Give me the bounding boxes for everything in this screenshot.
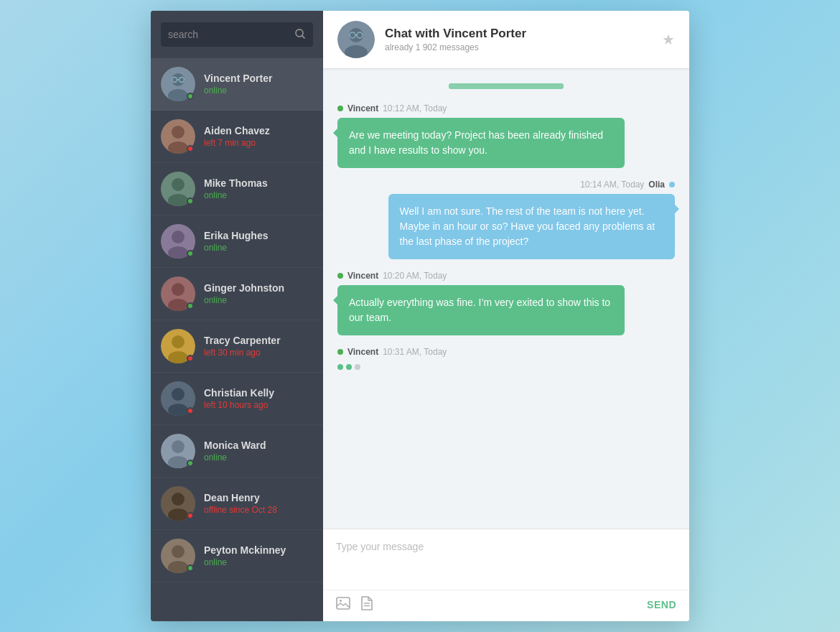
avatar-mike-thomas bbox=[161, 172, 195, 206]
sender-dot-msg3 bbox=[337, 273, 343, 279]
sender-name-msg1: Vincent bbox=[347, 103, 378, 113]
contact-name-aiden-chavez: Aiden Chavez bbox=[204, 125, 313, 136]
contact-item-vincent-porter[interactable]: Vincent Porter online bbox=[151, 58, 323, 111]
file-upload-button[interactable] bbox=[360, 596, 373, 613]
image-icon bbox=[336, 597, 350, 610]
prev-messages-bar bbox=[449, 83, 564, 89]
contact-name-ginger-johnston: Ginger Johnston bbox=[204, 282, 313, 294]
message-input[interactable] bbox=[323, 529, 689, 587]
msg-meta-msg3: Vincent 10:20 AM, Today bbox=[337, 271, 675, 281]
sender-dot-msg4 bbox=[337, 349, 343, 355]
contact-name-dean-henry: Dean Henry bbox=[204, 492, 313, 503]
contact-info-monica-ward: Monica Ward online bbox=[204, 440, 313, 463]
avatar-dean-henry bbox=[161, 486, 195, 521]
typing-dot-2 bbox=[346, 364, 352, 370]
message-group-msg3: Vincent 10:20 AM, Today Actually everyth… bbox=[337, 271, 675, 335]
image-upload-button[interactable] bbox=[336, 596, 350, 613]
svg-point-9 bbox=[172, 126, 185, 139]
contact-status-ginger-johnston: online bbox=[204, 295, 313, 305]
contact-item-ginger-johnston[interactable]: Ginger Johnston online bbox=[151, 268, 323, 320]
msg-time-msg1: 10:12 AM, Today bbox=[383, 103, 447, 113]
typing-indicator bbox=[337, 361, 675, 373]
file-icon bbox=[360, 596, 373, 610]
search-wrap[interactable] bbox=[161, 22, 313, 47]
status-dot-mike-thomas bbox=[187, 198, 194, 205]
chat-header: Chat with Vincent Porter already 1 902 m… bbox=[323, 11, 689, 69]
contact-info-mike-thomas: Mike Thomas online bbox=[204, 177, 313, 200]
status-dot-tracy-carpenter bbox=[187, 355, 194, 362]
send-button[interactable]: SEND bbox=[647, 599, 676, 610]
input-icons bbox=[336, 596, 373, 613]
contact-status-christian-kelly: left 10 hours ago bbox=[204, 400, 313, 410]
svg-rect-41 bbox=[337, 598, 350, 609]
contact-info-erika-hughes: Erika Hughes online bbox=[204, 230, 313, 253]
sender-name-msg2: Olia bbox=[648, 180, 665, 190]
msg-meta-msg1: Vincent 10:12 AM, Today bbox=[337, 103, 675, 113]
msg-time-msg2: 10:14 AM, Today bbox=[580, 180, 644, 190]
contact-info-tracy-carpenter: Tracy Carpenter left 30 min ago bbox=[204, 335, 313, 358]
sender-name-msg4: Vincent bbox=[347, 347, 378, 357]
input-area: SEND bbox=[323, 529, 689, 621]
contact-name-christian-kelly: Christian Kelly bbox=[204, 387, 313, 399]
avatar-peyton-mckinney bbox=[161, 539, 195, 573]
svg-line-1 bbox=[302, 36, 305, 39]
status-dot-monica-ward bbox=[187, 460, 194, 467]
avatar-erika-hughes bbox=[161, 224, 195, 259]
chat-title: Chat with Vincent Porter bbox=[385, 27, 662, 41]
contact-info-dean-henry: Dean Henry offline since Oct 28 bbox=[204, 492, 313, 515]
chat-area: Chat with Vincent Porter already 1 902 m… bbox=[323, 11, 689, 621]
contact-status-mike-thomas: online bbox=[204, 190, 313, 200]
typing-dot-1 bbox=[337, 364, 343, 370]
contact-info-ginger-johnston: Ginger Johnston online bbox=[204, 282, 313, 305]
sender-dot-msg1 bbox=[337, 106, 343, 111]
chat-header-info: Chat with Vincent Porter already 1 902 m… bbox=[385, 27, 662, 52]
svg-point-33 bbox=[172, 545, 185, 558]
contact-item-mike-thomas[interactable]: Mike Thomas online bbox=[151, 163, 323, 215]
sender-dot-msg2 bbox=[669, 182, 675, 187]
avatar-ginger-johnston bbox=[161, 276, 195, 311]
contact-item-monica-ward[interactable]: Monica Ward online bbox=[151, 425, 323, 478]
avatar-monica-ward bbox=[161, 434, 195, 468]
contact-name-peyton-mckinney: Peyton Mckinney bbox=[204, 544, 313, 556]
search-input[interactable] bbox=[168, 29, 294, 40]
contact-status-aiden-chavez: left 7 min ago bbox=[204, 138, 313, 148]
contact-name-mike-thomas: Mike Thomas bbox=[204, 177, 313, 189]
contact-item-aiden-chavez[interactable]: Aiden Chavez left 7 min ago bbox=[151, 111, 323, 163]
contact-status-vincent-porter: online bbox=[204, 85, 313, 96]
msg-time-msg3: 10:20 AM, Today bbox=[383, 271, 447, 281]
status-dot-erika-hughes bbox=[187, 250, 194, 257]
svg-point-18 bbox=[172, 283, 185, 296]
contacts-list: Vincent Porter online Aiden Chavez left … bbox=[151, 58, 323, 621]
contact-name-monica-ward: Monica Ward bbox=[204, 440, 313, 451]
contact-info-aiden-chavez: Aiden Chavez left 7 min ago bbox=[204, 125, 313, 148]
contact-name-vincent-porter: Vincent Porter bbox=[204, 73, 313, 84]
message-group-msg4: Vincent 10:31 AM, Today bbox=[337, 347, 675, 373]
sender-name-msg3: Vincent bbox=[347, 271, 378, 281]
contact-status-peyton-mckinney: online bbox=[204, 557, 313, 567]
contact-info-christian-kelly: Christian Kelly left 10 hours ago bbox=[204, 387, 313, 410]
typing-dot-3 bbox=[355, 364, 360, 370]
chat-header-avatar bbox=[337, 21, 375, 58]
star-icon[interactable]: ★ bbox=[662, 31, 675, 48]
msg-time-msg4: 10:31 AM, Today bbox=[383, 347, 447, 357]
search-icon bbox=[294, 28, 306, 40]
svg-point-24 bbox=[172, 388, 185, 401]
contact-name-tracy-carpenter: Tracy Carpenter bbox=[204, 335, 313, 346]
message-group-msg2: Olia 10:14 AM, Today Well I am not sure.… bbox=[337, 180, 675, 259]
contact-item-tracy-carpenter[interactable]: Tracy Carpenter left 30 min ago bbox=[151, 320, 323, 373]
contact-item-peyton-mckinney[interactable]: Peyton Mckinney online bbox=[151, 530, 323, 582]
status-dot-aiden-chavez bbox=[187, 145, 194, 152]
avatar-tracy-carpenter bbox=[161, 329, 195, 363]
contact-status-erika-hughes: online bbox=[204, 243, 313, 253]
svg-point-15 bbox=[172, 231, 185, 243]
msg-bubble-msg1: Are we meeting today? Project has been a… bbox=[337, 118, 625, 168]
contact-item-christian-kelly[interactable]: Christian Kelly left 10 hours ago bbox=[151, 373, 323, 425]
contact-item-dean-henry[interactable]: Dean Henry offline since Oct 28 bbox=[151, 478, 323, 530]
svg-point-42 bbox=[340, 600, 342, 602]
svg-point-27 bbox=[172, 440, 185, 453]
contact-info-vincent-porter: Vincent Porter online bbox=[204, 73, 313, 96]
status-dot-peyton-mckinney bbox=[187, 564, 194, 572]
contact-item-erika-hughes[interactable]: Erika Hughes online bbox=[151, 215, 323, 268]
search-bar bbox=[151, 11, 323, 58]
search-icon-button[interactable] bbox=[294, 28, 306, 41]
